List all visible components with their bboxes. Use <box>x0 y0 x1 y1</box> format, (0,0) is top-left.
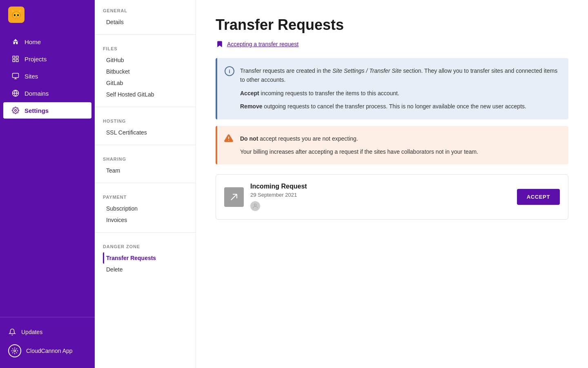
updates-item[interactable]: Updates <box>0 324 95 340</box>
svg-rect-14 <box>13 73 19 78</box>
secondary-sidebar: GENERAL Details FILES GitHub Bitbucket G… <box>95 0 196 368</box>
sidebar-label-home: Home <box>24 38 41 45</box>
section-danger-zone: DANGER ZONE Transfer Requests Delete <box>95 236 196 278</box>
svg-rect-13 <box>16 60 18 62</box>
help-link[interactable]: Accepting a transfer request <box>216 40 568 48</box>
nav-invoices[interactable]: Invoices <box>103 214 187 226</box>
sidebar-item-home[interactable]: Home <box>3 34 91 50</box>
svg-point-9 <box>16 16 17 17</box>
request-date: 29 September 2021 <box>250 192 510 198</box>
warning-icon <box>224 133 234 143</box>
updates-label: Updates <box>21 329 42 335</box>
warning-box: Do not accept requests you are not expec… <box>216 126 568 165</box>
info-text-3: Remove outgoing requests to cancel the t… <box>240 102 560 111</box>
section-files: FILES GitHub Bitbucket GitLab Self Hoste… <box>95 38 196 103</box>
sidebar-item-sites[interactable]: Sites <box>3 68 91 84</box>
svg-rect-11 <box>16 56 18 58</box>
domains-icon <box>11 89 20 97</box>
sidebar: Home Projects Sites Domains <box>0 0 95 368</box>
app-logo <box>8 7 24 23</box>
nav-self-hosted-gitlab[interactable]: Self Hosted GitLab <box>103 89 187 100</box>
section-title-general: GENERAL <box>103 8 187 13</box>
accept-button[interactable]: ACCEPT <box>517 189 560 205</box>
sites-icon <box>11 72 20 80</box>
section-title-files: FILES <box>103 46 187 51</box>
section-title-danger: DANGER ZONE <box>103 244 187 249</box>
nav-subscription[interactable]: Subscription <box>103 203 187 214</box>
main-content: Transfer Requests Accepting a transfer r… <box>196 0 588 368</box>
request-card: Incoming Request 29 September 2021 ACCEP… <box>216 174 568 220</box>
sidebar-item-domains[interactable]: Domains <box>3 85 91 101</box>
request-user-avatar <box>250 201 260 211</box>
warning-text-2: Your billing increases after accepting a… <box>240 147 560 156</box>
svg-point-17 <box>14 350 16 352</box>
section-hosting: HOSTING SSL Certificates <box>95 110 196 141</box>
nav-gitlab[interactable]: GitLab <box>103 77 187 89</box>
svg-point-8 <box>17 14 19 16</box>
svg-point-20 <box>254 204 256 206</box>
section-payment: PAYMENT Subscription Invoices <box>95 186 196 229</box>
svg-rect-12 <box>13 60 15 62</box>
nav-transfer-requests[interactable]: Transfer Requests <box>103 252 187 264</box>
section-general: GENERAL Details <box>95 0 196 31</box>
page-title: Transfer Requests <box>216 16 568 34</box>
sidebar-item-settings[interactable]: Settings <box>3 102 91 119</box>
info-icon: i <box>225 66 234 76</box>
request-type-icon <box>224 187 244 207</box>
cloudcannon-icon <box>8 344 21 357</box>
section-title-sharing: SHARING <box>103 157 187 162</box>
info-box: i Transfer requests are created in the S… <box>216 58 568 119</box>
nav-details[interactable]: Details <box>103 16 187 28</box>
sidebar-bottom: Updates CloudCannon App <box>0 317 95 368</box>
sidebar-label-sites: Sites <box>24 73 38 80</box>
request-title: Incoming Request <box>250 183 510 190</box>
nav-ssl[interactable]: SSL Certificates <box>103 127 187 138</box>
cloudcannon-item[interactable]: CloudCannon App <box>0 340 95 361</box>
projects-icon <box>11 55 20 63</box>
section-title-payment: PAYMENT <box>103 195 187 200</box>
info-text-2: Accept incoming requests to transfer the… <box>240 89 560 98</box>
sidebar-label-domains: Domains <box>24 90 49 97</box>
nav-delete[interactable]: Delete <box>103 264 187 275</box>
request-info: Incoming Request 29 September 2021 <box>250 183 510 211</box>
warning-text-1: Do not accept requests you are not expec… <box>240 134 560 143</box>
settings-icon <box>11 106 20 114</box>
bell-icon <box>8 328 16 336</box>
svg-point-7 <box>14 14 16 16</box>
section-title-hosting: HOSTING <box>103 119 187 123</box>
nav-github[interactable]: GitHub <box>103 54 187 66</box>
sidebar-label-projects: Projects <box>24 56 47 63</box>
logo-area <box>0 0 95 29</box>
nav-team[interactable]: Team <box>103 165 187 176</box>
svg-rect-10 <box>13 56 15 58</box>
nav-bitbucket[interactable]: Bitbucket <box>103 66 187 77</box>
svg-point-16 <box>15 110 17 112</box>
bookmark-icon <box>216 40 224 48</box>
sidebar-label-settings: Settings <box>24 107 49 114</box>
section-sharing: SHARING Team <box>95 148 196 180</box>
nav-items: Home Projects Sites Domains <box>0 29 95 317</box>
info-text-1: Transfer requests are created in the Sit… <box>240 66 560 85</box>
help-link-text: Accepting a transfer request <box>227 41 298 47</box>
sidebar-item-projects[interactable]: Projects <box>3 51 91 67</box>
cloudcannon-label: CloudCannon App <box>26 348 73 354</box>
home-icon <box>11 38 20 46</box>
